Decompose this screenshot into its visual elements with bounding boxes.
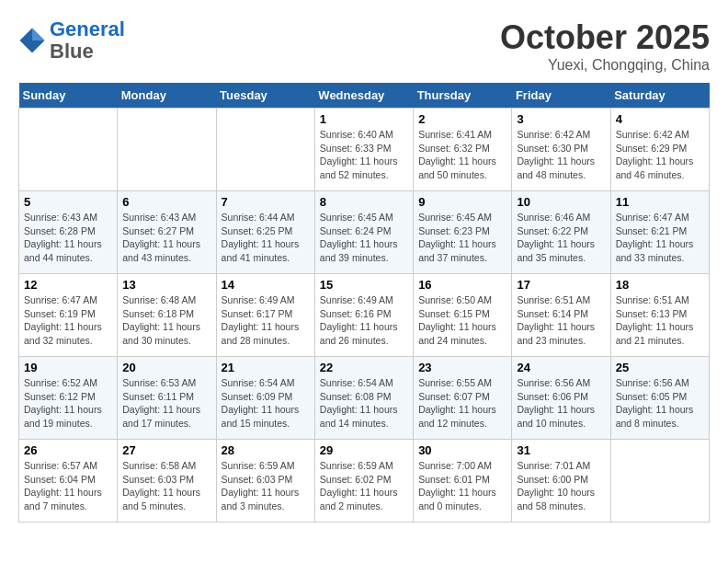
- calendar-week-row: 1Sunrise: 6:40 AM Sunset: 6:33 PM Daylig…: [19, 109, 710, 191]
- calendar-cell: 22Sunrise: 6:54 AM Sunset: 6:08 PM Dayli…: [314, 357, 413, 440]
- calendar-cell: 7Sunrise: 6:44 AM Sunset: 6:25 PM Daylig…: [216, 191, 314, 274]
- day-info: Sunrise: 6:45 AM Sunset: 6:23 PM Dayligh…: [418, 211, 506, 265]
- day-number: 21: [222, 361, 310, 374]
- day-info: Sunrise: 6:54 AM Sunset: 6:08 PM Dayligh…: [320, 376, 408, 431]
- calendar-cell: 5Sunrise: 6:43 AM Sunset: 6:28 PM Daylig…: [19, 191, 118, 274]
- day-number: 20: [122, 361, 210, 374]
- day-number: 31: [517, 443, 605, 457]
- svg-marker-1: [32, 29, 45, 41]
- logo-icon: [18, 27, 46, 54]
- day-info: Sunrise: 6:51 AM Sunset: 6:14 PM Dayligh…: [517, 293, 605, 348]
- weekday-header: Tuesday: [216, 83, 314, 109]
- calendar-week-row: 5Sunrise: 6:43 AM Sunset: 6:28 PM Daylig…: [19, 191, 710, 274]
- day-number: 16: [418, 278, 506, 292]
- day-info: Sunrise: 6:43 AM Sunset: 6:28 PM Dayligh…: [24, 211, 112, 265]
- title-block: October 2025 Yuexi, Chongqing, China: [500, 18, 710, 74]
- day-info: Sunrise: 6:59 AM Sunset: 6:02 PM Dayligh…: [320, 459, 408, 513]
- day-number: 11: [616, 195, 704, 209]
- calendar-cell: 3Sunrise: 6:42 AM Sunset: 6:30 PM Daylig…: [512, 109, 610, 191]
- day-info: Sunrise: 6:42 AM Sunset: 6:30 PM Dayligh…: [517, 128, 605, 182]
- day-number: 5: [24, 195, 112, 209]
- day-info: Sunrise: 6:56 AM Sunset: 6:05 PM Dayligh…: [616, 376, 704, 431]
- weekday-header: Saturday: [610, 83, 709, 109]
- day-number: 4: [616, 112, 704, 126]
- day-number: 18: [616, 278, 704, 292]
- page-header: GeneralBlue October 2025 Yuexi, Chongqin…: [18, 18, 710, 74]
- day-info: Sunrise: 6:53 AM Sunset: 6:11 PM Dayligh…: [122, 376, 210, 431]
- weekday-header: Friday: [512, 83, 610, 109]
- calendar-cell: 1Sunrise: 6:40 AM Sunset: 6:33 PM Daylig…: [314, 109, 413, 191]
- day-info: Sunrise: 6:55 AM Sunset: 6:07 PM Dayligh…: [418, 376, 506, 431]
- calendar-cell: 8Sunrise: 6:45 AM Sunset: 6:24 PM Daylig…: [314, 191, 413, 274]
- calendar-cell: 21Sunrise: 6:54 AM Sunset: 6:09 PM Dayli…: [216, 357, 314, 440]
- calendar-cell: [610, 440, 709, 523]
- calendar-cell: 15Sunrise: 6:49 AM Sunset: 6:16 PM Dayli…: [314, 274, 413, 357]
- weekday-header-row: SundayMondayTuesdayWednesdayThursdayFrid…: [19, 83, 710, 109]
- page-subtitle: Yuexi, Chongqing, China: [500, 57, 710, 74]
- day-number: 15: [320, 278, 408, 292]
- day-info: Sunrise: 6:41 AM Sunset: 6:32 PM Dayligh…: [418, 128, 506, 182]
- weekday-header: Thursday: [414, 83, 512, 109]
- calendar-cell: 13Sunrise: 6:48 AM Sunset: 6:18 PM Dayli…: [118, 274, 216, 357]
- day-number: 9: [418, 195, 506, 209]
- calendar-cell: 17Sunrise: 6:51 AM Sunset: 6:14 PM Dayli…: [512, 274, 610, 357]
- calendar-cell: 19Sunrise: 6:52 AM Sunset: 6:12 PM Dayli…: [19, 357, 118, 440]
- calendar-cell: 6Sunrise: 6:43 AM Sunset: 6:27 PM Daylig…: [118, 191, 216, 274]
- calendar-cell: [216, 109, 314, 191]
- day-info: Sunrise: 6:57 AM Sunset: 6:04 PM Dayligh…: [24, 459, 112, 513]
- day-info: Sunrise: 6:40 AM Sunset: 6:33 PM Dayligh…: [320, 128, 408, 182]
- calendar-cell: [118, 109, 216, 191]
- day-number: 7: [222, 195, 310, 209]
- day-number: 27: [122, 443, 210, 457]
- day-info: Sunrise: 7:00 AM Sunset: 6:01 PM Dayligh…: [418, 459, 506, 513]
- day-number: 19: [24, 361, 112, 374]
- page-title: October 2025: [500, 18, 710, 57]
- day-number: 17: [517, 278, 605, 292]
- day-number: 24: [517, 361, 605, 374]
- day-number: 3: [517, 112, 605, 126]
- calendar-cell: 2Sunrise: 6:41 AM Sunset: 6:32 PM Daylig…: [414, 109, 512, 191]
- calendar-cell: 26Sunrise: 6:57 AM Sunset: 6:04 PM Dayli…: [19, 440, 118, 523]
- day-info: Sunrise: 6:45 AM Sunset: 6:24 PM Dayligh…: [320, 211, 408, 265]
- day-info: Sunrise: 6:44 AM Sunset: 6:25 PM Dayligh…: [222, 211, 310, 265]
- calendar-cell: 9Sunrise: 6:45 AM Sunset: 6:23 PM Daylig…: [414, 191, 512, 274]
- calendar-cell: 24Sunrise: 6:56 AM Sunset: 6:06 PM Dayli…: [512, 357, 610, 440]
- day-info: Sunrise: 6:59 AM Sunset: 6:03 PM Dayligh…: [222, 459, 310, 513]
- day-info: Sunrise: 6:58 AM Sunset: 6:03 PM Dayligh…: [122, 459, 210, 513]
- day-info: Sunrise: 6:50 AM Sunset: 6:15 PM Dayligh…: [418, 293, 506, 348]
- weekday-header: Sunday: [19, 83, 118, 109]
- day-info: Sunrise: 6:48 AM Sunset: 6:18 PM Dayligh…: [122, 293, 210, 348]
- weekday-header: Monday: [118, 83, 216, 109]
- calendar-cell: 30Sunrise: 7:00 AM Sunset: 6:01 PM Dayli…: [414, 440, 512, 523]
- day-number: 29: [320, 443, 408, 457]
- calendar-cell: 25Sunrise: 6:56 AM Sunset: 6:05 PM Dayli…: [610, 357, 709, 440]
- day-info: Sunrise: 6:46 AM Sunset: 6:22 PM Dayligh…: [517, 211, 605, 265]
- calendar-cell: 20Sunrise: 6:53 AM Sunset: 6:11 PM Dayli…: [118, 357, 216, 440]
- calendar-cell: 16Sunrise: 6:50 AM Sunset: 6:15 PM Dayli…: [414, 274, 512, 357]
- logo: GeneralBlue: [18, 18, 125, 63]
- calendar-cell: 28Sunrise: 6:59 AM Sunset: 6:03 PM Dayli…: [216, 440, 314, 523]
- calendar-cell: [19, 109, 118, 191]
- day-number: 12: [24, 278, 112, 292]
- calendar-cell: 23Sunrise: 6:55 AM Sunset: 6:07 PM Dayli…: [414, 357, 512, 440]
- day-info: Sunrise: 6:47 AM Sunset: 6:21 PM Dayligh…: [616, 211, 704, 265]
- calendar-cell: 27Sunrise: 6:58 AM Sunset: 6:03 PM Dayli…: [118, 440, 216, 523]
- day-info: Sunrise: 6:43 AM Sunset: 6:27 PM Dayligh…: [122, 211, 210, 265]
- day-number: 1: [320, 112, 408, 126]
- day-info: Sunrise: 6:51 AM Sunset: 6:13 PM Dayligh…: [616, 293, 704, 348]
- day-number: 26: [24, 443, 112, 457]
- calendar-week-row: 19Sunrise: 6:52 AM Sunset: 6:12 PM Dayli…: [19, 357, 710, 440]
- day-info: Sunrise: 6:49 AM Sunset: 6:17 PM Dayligh…: [222, 293, 310, 348]
- day-info: Sunrise: 6:56 AM Sunset: 6:06 PM Dayligh…: [517, 376, 605, 431]
- day-number: 25: [616, 361, 704, 374]
- calendar-week-row: 26Sunrise: 6:57 AM Sunset: 6:04 PM Dayli…: [19, 440, 710, 523]
- calendar-cell: 29Sunrise: 6:59 AM Sunset: 6:02 PM Dayli…: [314, 440, 413, 523]
- day-info: Sunrise: 6:47 AM Sunset: 6:19 PM Dayligh…: [24, 293, 112, 348]
- day-info: Sunrise: 7:01 AM Sunset: 6:00 PM Dayligh…: [517, 459, 605, 513]
- day-number: 8: [320, 195, 408, 209]
- calendar-table: SundayMondayTuesdayWednesdayThursdayFrid…: [18, 83, 710, 523]
- calendar-cell: 4Sunrise: 6:42 AM Sunset: 6:29 PM Daylig…: [610, 109, 709, 191]
- day-number: 22: [320, 361, 408, 374]
- calendar-cell: 18Sunrise: 6:51 AM Sunset: 6:13 PM Dayli…: [610, 274, 709, 357]
- calendar-cell: 14Sunrise: 6:49 AM Sunset: 6:17 PM Dayli…: [216, 274, 314, 357]
